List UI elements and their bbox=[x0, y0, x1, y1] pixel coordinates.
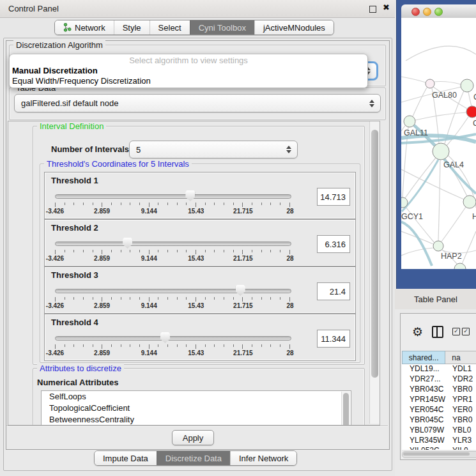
checkbox-icon[interactable]: ✓ bbox=[462, 328, 470, 335]
vertical-scrollbar-thumb[interactable] bbox=[371, 130, 378, 378]
algorithm-placeholder-item[interactable]: Select algorithm to view settings bbox=[10, 56, 367, 65]
table-row[interactable]: YBR043CYBR0 bbox=[402, 385, 476, 395]
tick-mark bbox=[280, 250, 280, 252]
tick-mark bbox=[65, 250, 65, 252]
tick-mark bbox=[111, 344, 112, 347]
horizontal-scrollbar[interactable] bbox=[402, 451, 476, 458]
network-node[interactable] bbox=[454, 263, 466, 269]
threshold-panel: Threshold 2-3.4262.8599.14415.4321.71528… bbox=[44, 219, 356, 266]
tick-mark bbox=[224, 203, 224, 205]
network-edge[interactable] bbox=[468, 92, 472, 106]
network-node[interactable] bbox=[433, 241, 443, 251]
threshold-slider[interactable]: -3.4262.8599.14415.4321.71528 bbox=[55, 238, 290, 263]
checkbox-icon[interactable]: ✓ bbox=[452, 328, 460, 335]
cell-shared-name: YDL19... bbox=[402, 364, 446, 374]
network-edge[interactable] bbox=[405, 158, 436, 198]
zoom-traffic-light-icon[interactable] bbox=[434, 8, 443, 16]
threshold-slider[interactable]: -3.4262.8599.14415.4321.71528 bbox=[55, 190, 290, 216]
tick-mark bbox=[65, 203, 65, 205]
list-item[interactable]: SelfLoops bbox=[42, 391, 351, 403]
tab-select[interactable]: Select bbox=[150, 20, 190, 35]
table-row[interactable]: YPR145WYPR1 bbox=[402, 395, 476, 405]
table-row[interactable]: YDL19...YDL1 bbox=[402, 364, 476, 374]
list-scrollbar-thumb[interactable] bbox=[343, 393, 349, 426]
network-node[interactable] bbox=[463, 196, 476, 208]
threshold-value-field[interactable]: 14.713 bbox=[317, 188, 350, 206]
split-column-icon[interactable] bbox=[432, 326, 443, 338]
network-edge[interactable] bbox=[462, 231, 476, 264]
threshold-value-field[interactable]: 11.344 bbox=[317, 330, 350, 348]
slider-thumb[interactable] bbox=[160, 332, 170, 343]
gear-icon[interactable]: ⚙ bbox=[412, 326, 423, 338]
tab-label: Style bbox=[123, 23, 141, 33]
tick-mark bbox=[289, 344, 290, 349]
horizontal-scrollbar-thumb[interactable] bbox=[403, 452, 470, 456]
tick-mark bbox=[252, 250, 252, 252]
network-edge[interactable] bbox=[415, 112, 466, 120]
network-node[interactable] bbox=[433, 143, 449, 160]
tick-mark bbox=[242, 203, 243, 207]
table-data-combo[interactable]: galFiltered.sif default node bbox=[14, 94, 381, 112]
network-edge[interactable] bbox=[401, 77, 426, 82]
slider-thumb[interactable] bbox=[236, 285, 245, 296]
column-header-shared-name[interactable]: shared... bbox=[402, 351, 445, 364]
network-edge[interactable] bbox=[406, 46, 476, 61]
table-row[interactable]: YIL052CYIL0 bbox=[402, 446, 476, 450]
table-row[interactable]: YBL079WYBL0 bbox=[402, 426, 476, 436]
tick-label: 9.144 bbox=[141, 208, 157, 215]
tick-mark bbox=[205, 297, 206, 300]
threshold-slider[interactable]: -3.4262.8599.14415.4321.71528 bbox=[55, 332, 290, 358]
tick-mark bbox=[55, 250, 56, 254]
threshold-value-field[interactable]: 21.4 bbox=[317, 282, 350, 300]
threshold-slider[interactable]: -3.4262.8599.14415.4321.71528 bbox=[55, 285, 290, 311]
float-window-icon[interactable] bbox=[369, 6, 376, 13]
network-node[interactable] bbox=[404, 116, 415, 127]
table-row[interactable]: YBR045CYBR0 bbox=[402, 415, 476, 426]
threshold-value-field[interactable]: 6.316 bbox=[317, 235, 350, 253]
number-of-intervals-label: Number of Intervals bbox=[51, 144, 129, 154]
network-edge-highlighted[interactable] bbox=[401, 222, 432, 266]
tick-mark bbox=[55, 203, 56, 207]
tab-label: Impute Data bbox=[103, 454, 148, 463]
table-row[interactable]: YER054CYER0 bbox=[402, 405, 476, 415]
algorithm-option-equal-width[interactable]: Equal Width/Frequency Discretization bbox=[12, 76, 366, 86]
column-header-name[interactable]: na bbox=[445, 351, 476, 364]
network-edge[interactable] bbox=[434, 82, 461, 85]
algorithm-option-manual[interactable]: Manual Discretization bbox=[12, 66, 366, 75]
network-canvas[interactable]: GAL80GCGAL11GAL4GCY1HHAP2 bbox=[401, 18, 476, 269]
number-of-intervals-combo[interactable]: 5 bbox=[129, 141, 298, 158]
tick-label: 9.144 bbox=[141, 255, 157, 262]
network-edge[interactable] bbox=[447, 117, 468, 146]
tab-impute-data[interactable]: Impute Data bbox=[95, 451, 157, 465]
minimize-traffic-light-icon[interactable] bbox=[423, 8, 431, 16]
tab-discretize-data[interactable]: Discretize Data bbox=[157, 451, 230, 465]
network-edge[interactable] bbox=[413, 88, 427, 116]
tab-label: Infer Network bbox=[239, 454, 288, 463]
tab-cyni-toolbox[interactable]: Cyni Toolbox bbox=[190, 20, 254, 35]
tab-jactivemnodules[interactable]: jActiveMNodules bbox=[254, 20, 334, 35]
network-node[interactable] bbox=[461, 79, 473, 92]
slider-thumb[interactable] bbox=[185, 190, 195, 201]
apply-button[interactable]: Apply bbox=[172, 430, 214, 445]
close-icon[interactable]: ✖ bbox=[383, 3, 390, 12]
list-item[interactable]: TopologicalCoefficient bbox=[42, 403, 351, 414]
list-item[interactable]: BetweennessCentrality bbox=[42, 414, 351, 426]
network-edge[interactable] bbox=[438, 160, 440, 241]
table-row[interactable]: YDR27...YDR2 bbox=[402, 374, 476, 385]
tick-mark bbox=[73, 344, 74, 347]
network-node[interactable] bbox=[426, 79, 434, 88]
tab-infer-network[interactable]: Infer Network bbox=[230, 451, 296, 465]
tick-mark bbox=[242, 250, 243, 254]
slider-thumb[interactable] bbox=[123, 238, 132, 249]
vertical-scrollbar[interactable] bbox=[369, 121, 380, 424]
close-traffic-light-icon[interactable] bbox=[411, 8, 420, 16]
numerical-attributes-list[interactable]: SelfLoopsTopologicalCoefficientBetweenne… bbox=[41, 390, 351, 426]
threshold-label: Threshold 3 bbox=[51, 270, 98, 280]
network-edge[interactable] bbox=[441, 207, 466, 242]
network-node[interactable] bbox=[466, 106, 476, 118]
table-row[interactable]: YLR345WYLR3 bbox=[402, 436, 476, 446]
tab-style[interactable]: Style bbox=[114, 20, 150, 35]
tab-network[interactable]: Network bbox=[55, 20, 114, 35]
list-scrollbar[interactable] bbox=[341, 392, 350, 426]
network-edge[interactable] bbox=[401, 169, 464, 199]
